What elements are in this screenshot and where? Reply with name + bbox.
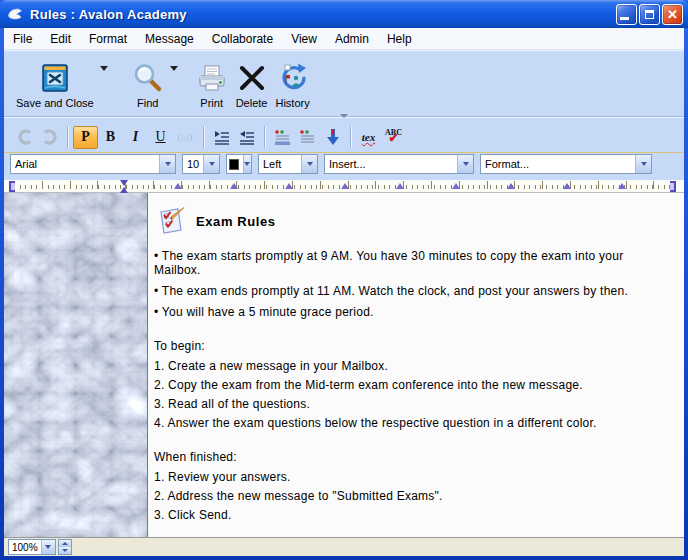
chevron-down-icon	[243, 155, 252, 173]
find-options-chevron-icon[interactable]	[170, 66, 178, 71]
menu-message[interactable]: Message	[136, 29, 203, 49]
ruler	[4, 177, 684, 193]
app-icon	[6, 6, 24, 22]
minimize-button[interactable]	[616, 4, 637, 25]
history-icon	[277, 60, 309, 96]
chevron-down-icon	[457, 155, 473, 173]
zoom-value: 100%	[12, 542, 38, 553]
section-heading: When finished:	[154, 450, 672, 464]
menu-collaborate[interactable]: Collaborate	[203, 29, 282, 49]
exam-checklist-icon	[154, 206, 187, 237]
maximize-button[interactable]	[639, 4, 660, 25]
zoom-stepper[interactable]	[58, 539, 72, 555]
history-button[interactable]: History	[271, 55, 313, 109]
bullet-item: • The exam starts promptly at 9 AM. You …	[154, 249, 672, 277]
font-size-select[interactable]: 10	[182, 154, 220, 174]
list-item: 2. Address the new message to "Submitted…	[154, 489, 672, 503]
underline-button[interactable]: U	[148, 126, 173, 149]
font-family-select[interactable]: Arial	[10, 154, 176, 174]
menu-edit[interactable]: Edit	[41, 29, 80, 49]
insert-select[interactable]: Insert...	[324, 154, 474, 174]
list-item: 4. Answer the exam questions below the r…	[154, 416, 672, 430]
delete-button[interactable]: Delete	[232, 55, 272, 109]
list-item: 3. Click Send.	[154, 508, 672, 522]
increase-indent-icon[interactable]	[209, 126, 234, 149]
window-title: Rules : Avalon Academy	[30, 7, 614, 22]
chevron-down-icon	[41, 540, 55, 554]
italic-button[interactable]: I	[123, 126, 148, 149]
save-and-close-label: Save and Close	[16, 97, 94, 109]
tab-stop-marker[interactable]	[396, 183, 404, 189]
text-color-select[interactable]	[226, 154, 252, 174]
tab-stop-marker[interactable]	[507, 183, 515, 189]
alignment-select[interactable]: Left	[258, 154, 318, 174]
menu-help[interactable]: Help	[378, 29, 421, 49]
history-label: History	[275, 97, 309, 109]
font-family-value: Arial	[15, 158, 37, 170]
section-heading: To begin:	[154, 339, 672, 353]
delete-x-icon	[237, 60, 267, 96]
tab-stop-marker[interactable]	[174, 183, 182, 189]
toolbar-separator	[4, 112, 684, 122]
document-title: Exam Rules	[196, 215, 276, 229]
format-select[interactable]: Format...	[480, 154, 652, 174]
redo-icon[interactable]	[37, 126, 62, 149]
chevron-down-icon	[159, 155, 175, 173]
find-button[interactable]: Find	[128, 55, 168, 109]
paragraph-style-button[interactable]: P	[73, 126, 98, 149]
menu-admin[interactable]: Admin	[326, 29, 378, 49]
tab-stop-marker[interactable]	[618, 183, 626, 189]
status-bar: 100%	[4, 537, 684, 556]
tab-stop-marker[interactable]	[341, 183, 349, 189]
decrease-indent-icon[interactable]	[234, 126, 259, 149]
marble-texture	[4, 193, 148, 537]
message-body: Exam Rules • The exam starts promptly at…	[4, 193, 684, 537]
insert-signature-icon[interactable]	[320, 126, 345, 149]
document-editor[interactable]: Exam Rules • The exam starts promptly at…	[148, 193, 684, 537]
magnifier-icon	[132, 60, 164, 96]
main-toolbar: Save and Close Find	[4, 50, 684, 112]
print-label: Print	[200, 97, 223, 109]
chevron-down-icon	[635, 155, 651, 173]
spell-as-you-type-icon[interactable]: tex	[356, 126, 381, 149]
spellcheck-icon[interactable]: ABC✔	[381, 126, 406, 149]
spin-down-icon	[59, 547, 71, 554]
format-toolbar: P B I U (|:|)	[4, 122, 684, 153]
marble-texture-panel	[4, 193, 148, 537]
tab-stop-marker[interactable]	[285, 183, 293, 189]
menu-format[interactable]: Format	[80, 29, 136, 49]
zoom-select[interactable]: 100%	[8, 539, 56, 555]
toolbar-collapse-handle[interactable]	[340, 114, 348, 118]
delete-label: Delete	[236, 97, 268, 109]
floppy-disk-icon	[39, 60, 71, 96]
left-margin-marker[interactable]	[9, 181, 15, 192]
list-item: 1. Create a new message in your Mailbox.	[154, 359, 672, 373]
print-button[interactable]: Print	[192, 55, 232, 109]
bullet-item: • The exam ends promptly at 11 AM. Watch…	[154, 284, 672, 298]
tab-stop-marker[interactable]	[452, 183, 460, 189]
close-button[interactable]: ✕	[662, 4, 683, 25]
list-item: 2. Copy the exam from the Mid-term exam …	[154, 378, 672, 392]
unquote-icon[interactable]	[295, 126, 320, 149]
undo-icon[interactable]	[12, 126, 37, 149]
application-window: Rules : Avalon Academy ✕ File Edit Forma…	[0, 0, 688, 560]
quote-original-icon[interactable]	[270, 126, 295, 149]
chevron-down-icon	[203, 155, 219, 173]
list-item: 1. Review your answers.	[154, 470, 672, 484]
tab-stop-marker[interactable]	[563, 183, 571, 189]
bold-button[interactable]: B	[98, 126, 123, 149]
tab-stop-marker[interactable]	[230, 183, 238, 189]
save-and-close-button[interactable]: Save and Close	[12, 55, 98, 109]
menu-file[interactable]: File	[4, 29, 41, 49]
right-margin-marker[interactable]	[670, 181, 676, 192]
fixed-width-font-icon[interactable]: (|:|)	[173, 126, 198, 149]
menu-bar: File Edit Format Message Collaborate Vie…	[4, 28, 684, 50]
font-bar: Arial 10 Left Insert... Format...	[4, 153, 684, 177]
indent-marker[interactable]	[120, 180, 128, 186]
printer-icon	[196, 60, 228, 96]
save-options-chevron-icon[interactable]	[100, 66, 108, 71]
find-label: Find	[137, 97, 158, 109]
spin-up-icon	[59, 540, 71, 547]
menu-view[interactable]: View	[282, 29, 326, 49]
title-bar[interactable]: Rules : Avalon Academy ✕	[0, 0, 688, 28]
